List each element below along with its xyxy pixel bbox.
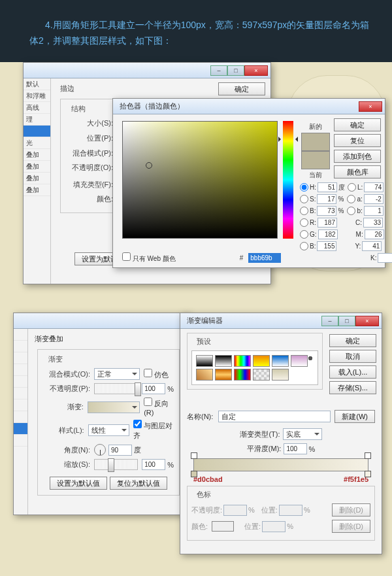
preset-swatch[interactable] (215, 355, 232, 367)
side-item[interactable]: 叠加 (24, 184, 50, 196)
angle-dial[interactable] (94, 444, 106, 456)
max-button[interactable]: □ (227, 65, 244, 76)
l-input[interactable]: 74 (364, 182, 384, 192)
side-item[interactable]: 和浮雕 (24, 90, 50, 102)
blend-select[interactable]: 正常 (94, 368, 140, 380)
max-button[interactable]: □ (338, 316, 355, 326)
stops-label: 色标 (194, 490, 214, 500)
titlebar[interactable]: 渐变编辑器 – □ × (180, 313, 382, 329)
name-input[interactable]: 自定 (218, 411, 331, 422)
r-input[interactable]: 187 (318, 218, 337, 228)
bch-radio[interactable] (300, 242, 308, 250)
gradient-bar[interactable] (193, 458, 368, 471)
side-item-stroke[interactable] (24, 126, 50, 137)
preset-swatch[interactable] (196, 355, 213, 367)
c-input[interactable]: 33 (363, 218, 383, 228)
titlebar[interactable]: 拾色器（描边颜色） × (113, 99, 385, 114)
preset-swatch[interactable] (272, 369, 289, 381)
color-cursor-icon (146, 162, 152, 169)
scale-input[interactable]: 100 (142, 459, 165, 470)
style-select[interactable]: 线性 (88, 424, 130, 436)
color-stop-left[interactable] (191, 471, 197, 477)
k-input[interactable]: 0 (378, 253, 392, 263)
reset-default-button[interactable]: 复位为默认值 (110, 477, 167, 490)
color-field[interactable] (122, 121, 278, 239)
b2-radio[interactable] (347, 207, 355, 215)
side-item[interactable]: 光 (24, 137, 50, 149)
min-button[interactable]: – (321, 316, 338, 326)
s-input[interactable]: 17 (317, 194, 336, 204)
close-button[interactable]: × (355, 316, 379, 326)
h-input[interactable]: 51 (318, 182, 337, 192)
stop-loc-input (279, 505, 302, 516)
side-item[interactable]: 叠加 (24, 149, 50, 161)
a-radio[interactable] (347, 195, 355, 203)
color-stop-right[interactable] (365, 471, 371, 477)
current-swatch (301, 151, 330, 169)
bch-input[interactable]: 155 (317, 241, 336, 251)
load-button[interactable]: 载入(L)... (329, 365, 376, 379)
ok-button[interactable]: 确定 (334, 118, 381, 131)
side-item[interactable]: 叠加 (24, 173, 50, 184)
web-only-checkbox[interactable]: 只有 Web 颜色 (122, 252, 176, 263)
save-button[interactable]: 存储(S)... (329, 381, 376, 394)
g-radio[interactable] (300, 230, 308, 239)
type-select[interactable]: 实底 (283, 428, 322, 440)
preset-swatch[interactable] (253, 369, 270, 381)
align-checkbox[interactable]: 与图层对齐 (133, 420, 174, 441)
titlebar[interactable]: – □ × (24, 63, 270, 78)
a-input[interactable]: -2 (364, 194, 384, 204)
s-radio[interactable] (300, 195, 308, 203)
b-input[interactable]: 73 (317, 206, 336, 216)
set-default-button[interactable]: 设置为默认值 (50, 477, 107, 490)
ok-button[interactable]: 确定 (329, 334, 376, 347)
preset-swatch[interactable] (215, 369, 232, 381)
reset-button[interactable]: 复位 (334, 134, 381, 147)
side-item[interactable]: 高线 (24, 102, 50, 114)
opacity-stop-right[interactable] (365, 452, 371, 459)
l-radio[interactable] (348, 183, 356, 192)
reverse-checkbox[interactable]: 反向(R) (144, 398, 174, 416)
opacity-slider[interactable] (94, 383, 138, 394)
preset-swatch[interactable] (253, 355, 270, 367)
side-item[interactable]: 理 (24, 114, 50, 126)
scale-slider[interactable] (94, 459, 138, 470)
b-radio[interactable] (300, 207, 308, 215)
preset-swatch[interactable] (272, 355, 289, 367)
gradient-picker[interactable] (88, 401, 140, 413)
opacity-input[interactable]: 100 (142, 383, 165, 394)
side-item[interactable]: 叠加 (24, 161, 50, 173)
left-hex: #d0cbad (193, 475, 223, 483)
hex-input[interactable]: bbb69b (248, 253, 281, 263)
opacity-stop-left[interactable] (191, 452, 197, 459)
side-item[interactable]: 默认 (24, 78, 50, 90)
angle-input[interactable]: 90 (108, 445, 132, 456)
preset-swatch[interactable] (234, 369, 251, 381)
group-title: 结构 (69, 104, 88, 114)
new-button[interactable]: 新建(W) (335, 410, 375, 423)
titlebar[interactable] (14, 313, 189, 329)
cancel-button[interactable]: 取消 (329, 350, 376, 363)
y-input[interactable]: 41 (362, 241, 382, 251)
preset-swatch[interactable] (234, 355, 251, 367)
color-lib-button[interactable]: 颜色库 (334, 165, 381, 178)
h-radio[interactable] (300, 183, 308, 192)
gear-icon[interactable] (306, 354, 315, 363)
dither-checkbox[interactable]: 仿色 (144, 369, 169, 380)
m-input[interactable]: 26 (365, 229, 384, 239)
close-button[interactable]: × (359, 101, 382, 112)
min-button[interactable]: – (210, 65, 227, 76)
close-button[interactable]: × (244, 65, 268, 76)
style-sidebar (14, 329, 28, 515)
blend-label: 混合模式(P): (66, 148, 113, 158)
opacity-label: 不透明度(O): (66, 163, 113, 173)
presets-label: 预设 (194, 337, 214, 347)
ok-button[interactable]: 确定 (218, 82, 265, 95)
hue-slider[interactable] (283, 121, 293, 239)
add-swatch-button[interactable]: 添加到色 (334, 150, 381, 163)
g-input[interactable]: 182 (318, 229, 338, 239)
b2-input[interactable]: 1 (364, 206, 384, 216)
preset-swatch[interactable] (196, 369, 213, 381)
r-radio[interactable] (300, 218, 308, 227)
smooth-input[interactable]: 100 (284, 443, 307, 454)
